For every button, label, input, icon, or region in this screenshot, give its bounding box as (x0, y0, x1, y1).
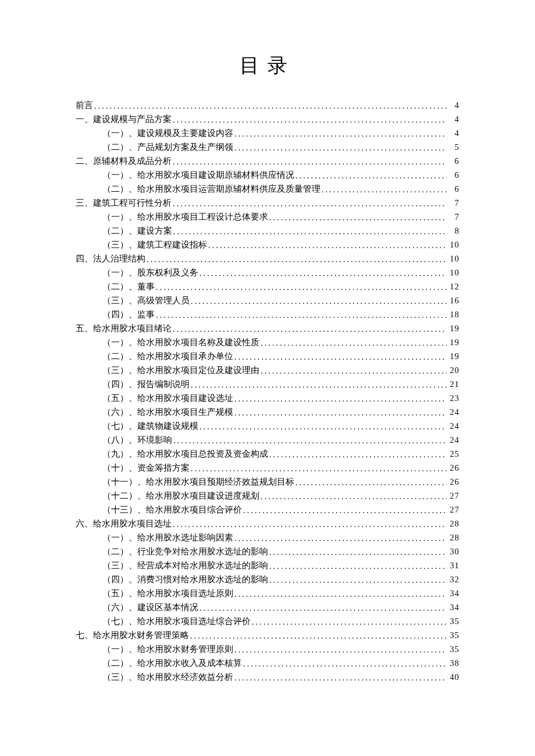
toc-entry-label: 二、原辅材料及成品分析 (76, 157, 172, 166)
toc-entry-page: 34 (449, 589, 459, 598)
toc-leader-dots (234, 144, 447, 152)
toc-entry: （三）、建筑工程建设指标10 (76, 241, 459, 249)
toc-entry: 四、法人治理结构10 (76, 255, 459, 263)
toc-leader-dots (156, 283, 447, 292)
toc-entry-label: 七、给水用胶水财务管理策略 (76, 631, 189, 640)
toc-entry-page: 16 (449, 296, 459, 305)
toc-leader-dots (199, 422, 447, 431)
toc-entry-page: 21 (449, 380, 459, 389)
toc-leader-dots (234, 409, 447, 417)
toc-leader-dots (173, 520, 447, 529)
toc-entry-label: （四）、消费习惯对给水用胶水选址的影响 (102, 575, 268, 584)
toc-entry-page: 18 (449, 310, 459, 319)
toc-leader-dots (173, 325, 447, 334)
toc-leader-dots (234, 130, 447, 138)
toc-entry-label: （八）、环境影响 (102, 436, 172, 445)
toc-entry-page: 27 (449, 506, 459, 514)
toc-entry: 七、给水用胶水财务管理策略35 (76, 631, 459, 640)
toc-entry-page: 19 (449, 338, 459, 347)
toc-entry: （六）、给水用胶水项目生产规模24 (76, 408, 459, 417)
toc-entry: （九）、给水用胶水项目总投资及资金构成25 (76, 450, 459, 458)
toc-entry: （一）、股东权利及义务10 (76, 268, 459, 277)
toc-entry-page: 32 (449, 575, 459, 584)
toc-entry-page: 34 (449, 603, 459, 612)
toc-entry-label: （三）、高级管理人员 (102, 296, 190, 305)
toc-entry-page: 10 (449, 255, 459, 263)
toc-entry: （二）、董事12 (76, 282, 459, 291)
toc-entry: （一）、建设规模及主要建设内容4 (76, 129, 459, 138)
toc-entry: （二）、产品规划方案及生产纲领5 (76, 143, 459, 152)
toc-entry-label: 六、给水用胶水项目选址 (76, 519, 172, 528)
toc-entry-label: （二）、建设方案 (102, 227, 172, 235)
toc-entry-page: 26 (449, 464, 459, 472)
toc-entry-label: 前言 (76, 101, 93, 110)
toc-entry: （十二）、给水用胶水项目建设进度规划27 (76, 492, 459, 500)
toc-leader-dots (191, 464, 447, 473)
toc-entry-page: 7 (449, 213, 459, 221)
toc-entry: （二）、给水用胶水项目运营期原辅材料供应及质量管理6 (76, 185, 459, 194)
toc-entry-label: （二）、给水用胶水收入及成本核算 (102, 659, 242, 668)
toc-leader-dots (94, 102, 447, 110)
toc-entry: （十三）、给水用胶水项目综合评价27 (76, 506, 459, 514)
toc-entry: （一）、给水用胶水项目建设期原辅材料供应情况6 (76, 171, 459, 180)
toc-entry-page: 19 (449, 324, 459, 333)
toc-entry: （一）、给水用胶水项目名称及建设性质19 (76, 338, 459, 347)
toc-entry: （三）、经营成本对给水用胶水选址的影响31 (76, 561, 459, 570)
toc-leader-dots (156, 311, 447, 320)
toc-entry-label: （二）、产品规划方案及生产纲领 (102, 143, 233, 152)
toc-leader-dots (234, 353, 447, 361)
toc-entry-page: 4 (449, 115, 459, 124)
toc-leader-dots (295, 171, 447, 180)
toc-entry-label: （二）、给水用胶水项目运营期原辅材料供应及质量管理 (102, 185, 320, 194)
toc-entry: （五）、给水用胶水项目建设选址23 (76, 394, 459, 403)
toc-entry-label: （四）、监事 (102, 310, 155, 319)
toc-entry: 三、建筑工程可行性分析7 (76, 199, 459, 207)
toc-leader-dots (322, 185, 447, 194)
toc-leader-dots (199, 604, 447, 612)
toc-leader-dots (199, 269, 447, 278)
toc-entry-label: （十一）、给水用胶水项目预期经济效益规划目标 (102, 478, 294, 486)
toc-entry: （二）、建设方案8 (76, 227, 459, 235)
toc-leader-dots (243, 506, 447, 515)
toc-leader-dots (269, 548, 447, 557)
toc-entry-label: （一）、给水用胶水财务管理原则 (102, 645, 233, 654)
toc-entry: （二）、行业竞争对给水用胶水选址的影响30 (76, 547, 459, 556)
toc-leader-dots (252, 618, 447, 626)
toc-entry-page: 27 (449, 492, 459, 500)
toc-entry: （二）、给水用胶水收入及成本核算38 (76, 659, 459, 668)
toc-entry-label: （十二）、给水用胶水项目建设进度规划 (102, 492, 259, 500)
toc-entry-label: 三、建筑工程可行性分析 (76, 199, 172, 207)
toc-entry: （四）、消费习惯对给水用胶水选址的影响32 (76, 575, 459, 584)
toc-entry: 六、给水用胶水项目选址28 (76, 519, 459, 528)
toc-entry-label: （二）、给水用胶水项目承办单位 (102, 352, 233, 361)
toc-entry-page: 30 (449, 547, 459, 556)
toc-entry-page: 6 (449, 171, 459, 180)
toc-entry-page: 40 (449, 673, 459, 682)
toc-entry: （七）、给水用胶水项目选址综合评价35 (76, 617, 459, 626)
toc-entry-page: 24 (449, 408, 459, 417)
toc-leader-dots (147, 255, 447, 264)
toc-entry: （八）、环境影响24 (76, 436, 459, 445)
toc-entry: （十）、资金筹措方案26 (76, 464, 459, 472)
toc-entry: （一）、给水用胶水财务管理原则35 (76, 645, 459, 654)
toc-entry-label: 一、建设规模与产品方案 (76, 115, 172, 124)
toc-entry-page: 24 (449, 436, 459, 445)
toc-entry: （三）、高级管理人员16 (76, 296, 459, 305)
toc-entry-label: （一）、建设规模及主要建设内容 (102, 129, 233, 138)
toc-leader-dots (269, 213, 447, 222)
toc-entry: （二）、给水用胶水项目承办单位19 (76, 352, 459, 361)
toc-entry: （十一）、给水用胶水项目预期经济效益规划目标26 (76, 478, 459, 486)
toc-entry-page: 6 (449, 185, 459, 194)
toc-entry-label: （七）、建筑物建设规模 (102, 422, 198, 431)
toc-entry-label: （六）、建设区基本情况 (102, 603, 198, 612)
toc-entry-label: （三）、经营成本对给水用胶水选址的影响 (102, 561, 268, 570)
toc-leader-dots (234, 590, 447, 599)
toc-leader-dots (190, 632, 447, 640)
toc-entry-label: （一）、给水用胶水选址影响因素 (102, 533, 233, 542)
toc-entry-page: 26 (449, 478, 459, 486)
toc-entry-label: （六）、给水用胶水项目生产规模 (102, 408, 233, 417)
toc-leader-dots (243, 660, 447, 668)
toc-entry-label: 五、给水用胶水项目绪论 (76, 324, 172, 333)
toc-entry: （六）、建设区基本情况34 (76, 603, 459, 612)
toc-entry-page: 35 (449, 617, 459, 626)
